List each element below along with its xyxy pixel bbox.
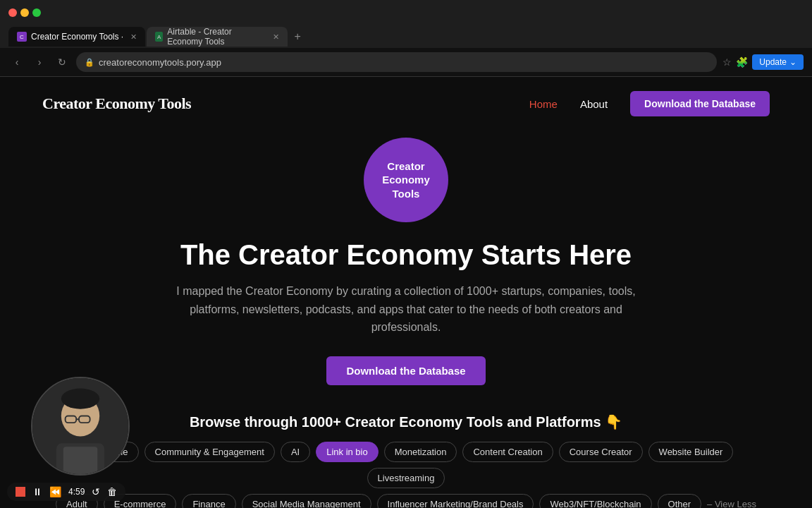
browser-chrome: C Creator Economy Tools · ✕ A Airtable -… <box>0 0 812 77</box>
video-face <box>32 378 128 474</box>
site-navigation: Creator Economy Tools Home About Downloa… <box>0 77 812 131</box>
tag-course-creator[interactable]: Course Creator <box>559 442 643 462</box>
close-window-btn[interactable] <box>8 8 17 17</box>
tab-creator-economy[interactable]: C Creator Economy Tools · ✕ <box>8 27 145 47</box>
video-stop-btn[interactable] <box>16 487 25 497</box>
hero-subtitle: I mapped the Creator Economy by curating… <box>159 282 653 337</box>
tag-livestreaming[interactable]: Livestreaming <box>367 468 445 488</box>
person-avatar <box>32 377 128 476</box>
tag-link-in-bio[interactable]: Link in bio <box>316 442 379 462</box>
tab-label-2: Airtable - Creator Economy Tools <box>167 27 266 47</box>
nav-about-link[interactable]: About <box>580 98 608 110</box>
nav-links: Home About Download the Database <box>529 91 770 116</box>
hero-logo-text: CreatorEconomyTools <box>382 159 430 201</box>
hero-logo-circle: CreatorEconomyTools <box>364 138 448 222</box>
video-overlay: ⏸ ⏪ 4:59 ↺ 🗑 <box>7 391 125 501</box>
url-bar[interactable]: 🔒 creatoreconomytools.pory.app <box>76 52 717 72</box>
tag-ai[interactable]: AI <box>281 442 310 462</box>
tag-influencer-marketing[interactable]: Influencer Marketing/Brand Deals <box>377 494 534 508</box>
maximize-window-btn[interactable] <box>32 8 41 17</box>
view-less-button[interactable]: – View Less <box>707 499 756 508</box>
forward-button[interactable]: › <box>31 56 48 68</box>
tab-favicon-2: A <box>155 32 163 42</box>
tag-website-builder[interactable]: Website Builder <box>648 442 734 462</box>
tab-bar: C Creator Economy Tools · ✕ A Airtable -… <box>0 25 812 48</box>
video-loop-btn[interactable]: ↺ <box>92 486 100 497</box>
tab-close-2[interactable]: ✕ <box>273 32 279 42</box>
hero-title: The Creator Economy Starts Here <box>180 239 632 271</box>
tag-other[interactable]: Other <box>658 494 702 508</box>
video-rewind-btn[interactable]: ⏪ <box>49 486 61 497</box>
video-time: 4:59 <box>68 487 85 497</box>
address-bar: ‹ › ↻ 🔒 creatoreconomytools.pory.app ☆ 🧩… <box>0 48 812 76</box>
tags-row-1: All-in-one Community & Engagement AI Lin… <box>42 442 770 488</box>
video-delete-btn[interactable]: 🗑 <box>107 486 117 497</box>
video-controls[interactable]: ⏸ ⏪ 4:59 ↺ 🗑 <box>7 483 125 501</box>
update-button[interactable]: Update ⌄ <box>752 54 804 70</box>
add-tab-button[interactable]: + <box>289 28 306 45</box>
site-logo[interactable]: Creator Economy Tools <box>42 95 191 113</box>
nav-download-button[interactable]: Download the Database <box>630 91 770 116</box>
tab-favicon-1: C <box>17 32 27 42</box>
nav-home-link[interactable]: Home <box>529 98 558 110</box>
url-text: creatoreconomytools.pory.app <box>99 57 221 68</box>
svg-point-5 <box>61 389 99 409</box>
reload-button[interactable]: ↻ <box>54 56 70 68</box>
tag-community-engagement[interactable]: Community & Engagement <box>144 442 275 462</box>
extensions-icon[interactable]: 🧩 <box>736 56 748 68</box>
tab-airtable[interactable]: A Airtable - Creator Economy Tools ✕ <box>147 27 288 47</box>
browser-action-buttons: ☆ 🧩 Update ⌄ <box>722 54 804 70</box>
hero-download-button[interactable]: Download the Database <box>326 356 485 385</box>
tags-row-2: Adult E-commerce Finance Social Media Ma… <box>42 494 770 508</box>
svg-rect-7 <box>63 447 98 474</box>
tag-monetization[interactable]: Monetization <box>384 442 457 462</box>
tag-finance[interactable]: Finance <box>182 494 235 508</box>
minimize-window-btn[interactable] <box>20 8 29 17</box>
tag-web3-nft[interactable]: Web3/NFT/Blockchain <box>539 494 651 508</box>
window-controls[interactable] <box>8 8 41 17</box>
tab-close-1[interactable]: ✕ <box>130 32 137 42</box>
tab-label-1: Creator Economy Tools · <box>31 32 123 42</box>
video-pause-btn[interactable]: ⏸ <box>32 486 42 497</box>
back-button[interactable]: ‹ <box>8 56 25 68</box>
lock-icon: 🔒 <box>85 58 94 67</box>
hero-section: CreatorEconomyTools The Creator Economy … <box>0 131 812 399</box>
tag-social-media-management[interactable]: Social Media Management <box>242 494 371 508</box>
browse-title: Browse through 1000+ Creator Economy Too… <box>42 413 770 430</box>
bookmark-icon[interactable]: ☆ <box>722 56 732 68</box>
tag-content-creation[interactable]: Content Creation <box>462 442 553 462</box>
